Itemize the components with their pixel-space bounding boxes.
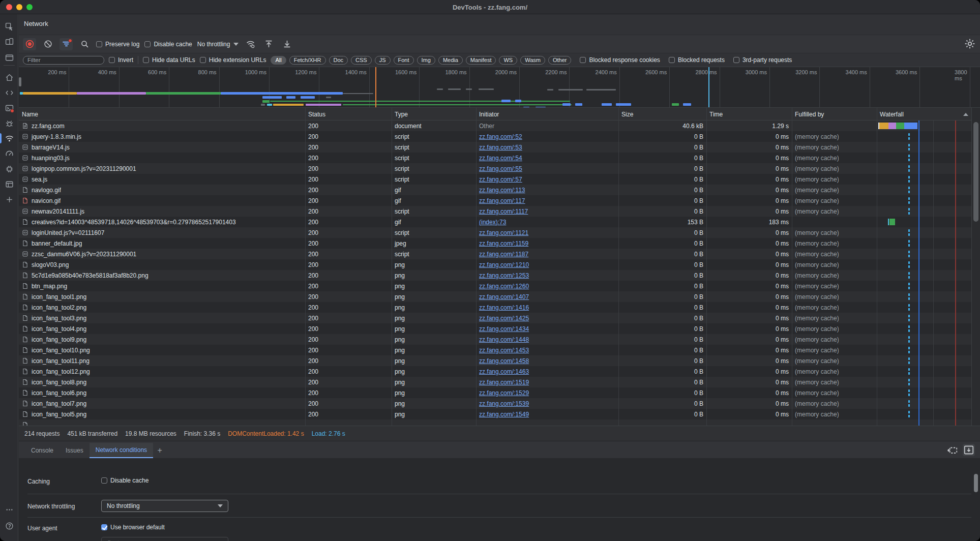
- table-row[interactable]: loginUnited.js?v=02111607200scriptzz.fan…: [19, 227, 971, 238]
- 3rd-party-requests-checkbox[interactable]: 3rd-party requests: [733, 56, 792, 64]
- filter-chip-doc[interactable]: Doc: [329, 56, 348, 65]
- timeline-left-handle[interactable]: [19, 77, 21, 86]
- column-resize-handle[interactable]: [877, 108, 877, 426]
- device-emulation-icon[interactable]: [3, 36, 15, 48]
- initiator-link[interactable]: zz.fang.com/:113: [479, 187, 525, 194]
- export-har-button[interactable]: [280, 38, 293, 50]
- table-row[interactable]: icon_fang_tool6.png200pngzz.fang.com/:15…: [19, 387, 971, 398]
- column-header-waterfall[interactable]: Waterfall: [877, 108, 971, 121]
- dock-bottom-icon[interactable]: [963, 444, 975, 456]
- drawer-scrollbar-thumb[interactable]: [974, 474, 978, 492]
- checkbox-box[interactable]: [733, 57, 739, 63]
- column-header-name[interactable]: Name: [19, 108, 305, 121]
- console-panel-icon[interactable]: [3, 102, 15, 114]
- table-row[interactable]: zz.fang.com200documentOther40.6 kB1.29 s: [19, 121, 971, 131]
- initiator-link[interactable]: zz.fang.com/:52: [479, 133, 522, 140]
- initiator-link[interactable]: zz.fang.com/:1519: [479, 379, 529, 386]
- table-row[interactable]: btn_map.png200pngzz.fang.com/:12600 B0 m…: [19, 281, 971, 291]
- drawer-expand-icon[interactable]: [946, 444, 959, 456]
- column-resize-handle[interactable]: [476, 108, 477, 426]
- application-icon[interactable]: [3, 178, 15, 190]
- column-resize-handle[interactable]: [618, 108, 619, 426]
- table-row[interactable]: icon_fang_tool5.png200pngzz.fang.com/:15…: [19, 409, 971, 419]
- table-row[interactable]: creatives?id=14003^48539718,14026^485397…: [19, 217, 971, 227]
- column-header-fulfilled[interactable]: Fulfilled by: [792, 108, 877, 121]
- invert-box[interactable]: [109, 57, 115, 63]
- table-scrollbar[interactable]: [971, 108, 980, 426]
- blocked-requests-checkbox[interactable]: Blocked requests: [669, 56, 725, 64]
- window-panel-icon[interactable]: [3, 51, 15, 64]
- initiator-link[interactable]: zz.fang.com/:57: [479, 176, 522, 183]
- performance-icon[interactable]: [3, 147, 15, 160]
- table-row[interactable]: icon_fang_tool12.png200pngzz.fang.com/:1…: [19, 366, 971, 377]
- table-row[interactable]: navicon.gif200gifzz.fang.com/:1170 B0 ms…: [19, 195, 971, 206]
- record-button[interactable]: [23, 38, 36, 50]
- table-row[interactable]: newnav20141111.js200scriptzz.fang.com/:1…: [19, 206, 971, 217]
- filter-chip-img[interactable]: Img: [417, 56, 435, 65]
- table-row[interactable]: icon_fang_tool3.png200pngzz.fang.com/:14…: [19, 313, 971, 323]
- table-scrollbar-thumb[interactable]: [973, 122, 978, 222]
- table-row[interactable]: zzsc_danmu6V06.js?v=202311290001200scrip…: [19, 249, 971, 259]
- initiator-link[interactable]: zz.fang.com/:53: [479, 144, 522, 151]
- table-row[interactable]: icon_fang_tool11.png200pngzz.fang.com/:1…: [19, 355, 971, 366]
- throttling-dropdown[interactable]: No throttling: [197, 41, 239, 48]
- column-header-time[interactable]: Time: [706, 108, 792, 121]
- table-row[interactable]: icon_fang_tool4.png200pngzz.fang.com/:14…: [19, 323, 971, 334]
- table-row[interactable]: banner_default.jpg200jpegzz.fang.com/:11…: [19, 238, 971, 249]
- initiator-link[interactable]: zz.fang.com/:1407: [479, 293, 529, 300]
- hide-data-urls-box[interactable]: [143, 57, 149, 63]
- filter-chip-wasm[interactable]: Wasm: [520, 56, 545, 65]
- table-row[interactable]: slogoV03.png200pngzz.fang.com/:12100 B0 …: [19, 259, 971, 270]
- add-panel-icon[interactable]: [3, 193, 15, 205]
- drawer-disable-cache-checkbox[interactable]: Disable cache: [101, 477, 149, 484]
- home-icon[interactable]: [3, 71, 15, 83]
- search-button[interactable]: [78, 38, 91, 50]
- filter-chip-js[interactable]: JS: [375, 56, 391, 65]
- use-browser-default-box[interactable]: [101, 524, 107, 530]
- tab-network[interactable]: Network: [24, 20, 48, 27]
- initiator-link[interactable]: zz.fang.com/:1549: [479, 411, 529, 418]
- column-resize-handle[interactable]: [792, 108, 792, 426]
- drawer-tab-console[interactable]: Console: [25, 443, 60, 458]
- blocked-response-cookies-checkbox[interactable]: Blocked response cookies: [580, 56, 660, 64]
- filter-toggle-button[interactable]: [60, 38, 73, 50]
- table-row[interactable]: jquery-1.8.3.min.js200scriptzz.fang.com/…: [19, 131, 971, 142]
- initiator-link[interactable]: zz.fang.com/:1260: [479, 283, 529, 290]
- checkbox-box[interactable]: [580, 57, 586, 63]
- preserve-log-box[interactable]: [96, 41, 102, 47]
- initiator-link[interactable]: zz.fang.com/:1187: [479, 251, 528, 258]
- table-row[interactable]: icon_fang_tool7.png200pngzz.fang.com/:15…: [19, 398, 971, 409]
- filter-chip-font[interactable]: Font: [394, 56, 414, 65]
- initiator-link[interactable]: zz.fang.com/:1434: [479, 325, 529, 333]
- elements-icon[interactable]: [3, 86, 15, 99]
- checkbox-box[interactable]: [669, 57, 675, 63]
- hide-extension-urls-checkbox[interactable]: Hide extension URLs: [200, 56, 266, 64]
- drawer-disable-cache-box[interactable]: [101, 477, 107, 484]
- initiator-link[interactable]: zz.fang.com/:1425: [479, 315, 529, 322]
- column-header-initiator[interactable]: Initiator: [476, 108, 618, 121]
- debug-icon[interactable]: [3, 117, 15, 129]
- table-row[interactable]: icon_fang_tool10.png200pngzz.fang.com/:1…: [19, 345, 971, 355]
- filter-chip-manifest[interactable]: Manifest: [466, 56, 496, 65]
- table-row[interactable]: barrageV14.js200scriptzz.fang.com/:530 B…: [19, 142, 971, 153]
- preserve-log-checkbox[interactable]: Preserve log: [96, 41, 139, 48]
- column-resize-handle[interactable]: [706, 108, 707, 426]
- initiator-link[interactable]: zz.fang.com/:1117: [479, 208, 528, 215]
- column-header-type[interactable]: Type: [392, 108, 476, 121]
- disable-cache-checkbox[interactable]: Disable cache: [144, 41, 192, 48]
- filter-chip-ws[interactable]: WS: [499, 56, 517, 65]
- table-row[interactable]: icon_fang_tool2.png200pngzz.fang.com/:14…: [19, 302, 971, 313]
- initiator-link[interactable]: zz.fang.com/:1159: [479, 240, 528, 247]
- filter-chip-all[interactable]: All: [271, 56, 286, 65]
- initiator-link[interactable]: zz.fang.com/:55: [479, 165, 522, 172]
- column-resize-handle[interactable]: [392, 108, 392, 426]
- network-icon[interactable]: [3, 132, 15, 144]
- clear-button[interactable]: [41, 38, 54, 50]
- filter-chip-fetch-xhr[interactable]: Fetch/XHR: [289, 56, 326, 65]
- table-row[interactable]: 5c7d1e9a085b40e783e5818af3af8b20.png200p…: [19, 270, 971, 281]
- filter-chip-other[interactable]: Other: [548, 56, 572, 65]
- column-resize-handle[interactable]: [305, 108, 306, 426]
- hide-extension-urls-box[interactable]: [200, 57, 206, 63]
- network-conditions-button[interactable]: [244, 38, 257, 50]
- table-row[interactable]: [19, 419, 971, 426]
